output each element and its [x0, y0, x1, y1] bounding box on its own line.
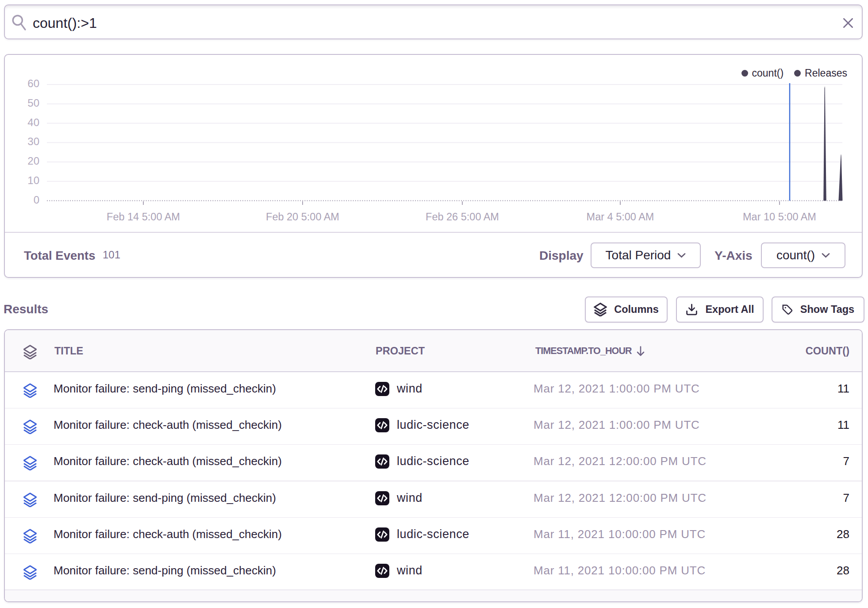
svg-text:30: 30: [27, 135, 39, 147]
svg-text:40: 40: [27, 116, 39, 128]
svg-text:Feb 20 5:00 AM: Feb 20 5:00 AM: [266, 211, 339, 223]
svg-text:Feb 14 5:00 AM: Feb 14 5:00 AM: [107, 211, 180, 223]
svg-text:20: 20: [27, 155, 39, 167]
svg-text:10: 10: [27, 174, 39, 186]
svg-text:Mar 4 5:00 AM: Mar 4 5:00 AM: [587, 211, 654, 223]
svg-text:0: 0: [34, 194, 39, 206]
svg-text:50: 50: [27, 97, 39, 109]
svg-text:Feb 26 5:00 AM: Feb 26 5:00 AM: [426, 211, 499, 223]
svg-text:Mar 10 5:00 AM: Mar 10 5:00 AM: [743, 211, 816, 223]
svg-text:60: 60: [27, 77, 39, 89]
